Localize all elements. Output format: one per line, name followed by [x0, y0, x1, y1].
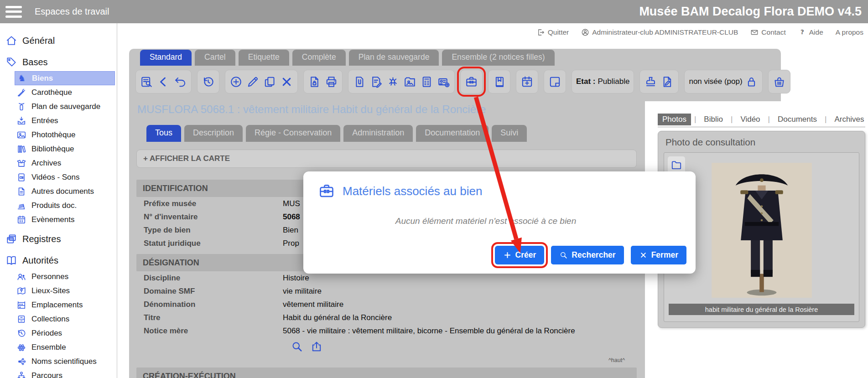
utility-quitter[interactable]: Quitter [537, 28, 569, 36]
note-button[interactable] [548, 75, 561, 88]
media-tab-photos[interactable]: Photos [658, 114, 691, 125]
question-icon: ? [798, 28, 806, 36]
lock-icon[interactable] [745, 75, 758, 88]
pencil-button[interactable] [246, 75, 260, 88]
restore-button[interactable] [202, 75, 215, 88]
view-tab-standard[interactable]: Standard [140, 50, 192, 66]
consultation-photo[interactable] [710, 163, 814, 298]
fire-extinguisher-icon [16, 102, 26, 112]
sidebar-item-bases[interactable]: Bases [0, 53, 117, 71]
show-map-toggle[interactable]: + AFFICHER LA CARTE [136, 150, 637, 168]
sidebar-item-periodes[interactable]: Périodes [0, 326, 117, 340]
sidebar-item-videos-sons[interactable]: Vidéos - Sons [0, 170, 117, 184]
utility-contact[interactable]: Contact [750, 28, 785, 36]
field-label: Domaine SMF [136, 287, 283, 296]
plus-circle-button[interactable] [229, 75, 243, 88]
toolbar-group [225, 70, 298, 93]
field-value: Bien [283, 226, 298, 235]
view-tab-cartel[interactable]: Cartel [195, 50, 235, 66]
sidebar-item-phototheque[interactable]: Photothèque [0, 128, 117, 142]
field-row: TitreHabit du général de la Roncière [136, 311, 637, 324]
sidebar-item-registres[interactable]: Registres [0, 230, 117, 248]
top-link[interactable]: ^haut^ [136, 357, 625, 363]
sidebar-item-bibliotheque[interactable]: Bibliothèque [0, 142, 117, 156]
page-edit-button[interactable] [369, 75, 383, 88]
sidebar-item-produits-doc[interactable]: Produits doc. [0, 198, 117, 212]
media-tab-documents[interactable]: Documents [773, 114, 821, 125]
field-row: Notice mère5068 - vie militaire : vêteme… [136, 324, 637, 337]
sidebar-item-entrees[interactable]: Entrées [0, 114, 117, 128]
chevron-left-button[interactable] [157, 75, 170, 88]
sidebar-item-noms-scientifiques[interactable]: Noms scientifiques [0, 354, 117, 368]
field-value: Histoire [283, 274, 309, 283]
toolbox-button[interactable] [465, 75, 478, 88]
delete-x-button[interactable] [280, 75, 293, 88]
notebook-button[interactable] [493, 75, 506, 88]
sidebar-item-parcours[interactable]: Parcours [0, 368, 117, 378]
notebook-icon [493, 75, 506, 88]
modal-fermer-button[interactable]: Fermer [631, 246, 686, 264]
sidebar-item-general[interactable]: Général [0, 31, 117, 50]
carrot-icon [16, 88, 26, 98]
sidebar-item-archives[interactable]: Archives [0, 156, 117, 170]
svg-text:♞: ♞ [18, 73, 26, 83]
people-icon [16, 272, 26, 282]
utility-a-propos[interactable]: A propos [836, 28, 863, 36]
printer-button[interactable] [325, 75, 338, 88]
copy-button[interactable] [263, 75, 276, 88]
utility-administrateur-club-administrateur-club[interactable]: Administrateur-club ADMINISTRATEUR-CLUB [581, 28, 738, 36]
sidebar-item-ensemble[interactable]: Ensemble [0, 340, 117, 354]
sidebar-item-lieux-sites[interactable]: Lieux-Sites [0, 284, 117, 298]
record-tab-documentation[interactable]: Documentation [416, 125, 489, 142]
record-tab-tous[interactable]: Tous [146, 125, 181, 142]
sidebar-item-collections[interactable]: Collections [0, 312, 117, 326]
view-tab-plan-de-sauvegarde[interactable]: Plan de sauvegarde [349, 50, 439, 66]
stamp-button[interactable] [644, 75, 657, 88]
record-tab-suivi[interactable]: Suivi [492, 125, 527, 142]
view-tab-etiquette[interactable]: Etiquette [239, 50, 289, 66]
svg-text:?: ? [800, 28, 804, 36]
media-tab-archives[interactable]: Archives [830, 114, 868, 125]
media-tab-biblio[interactable]: Biblio [699, 114, 728, 125]
hamburger-menu-icon[interactable] [5, 6, 22, 18]
page-lock-button[interactable] [308, 75, 321, 88]
toolbar-group [348, 70, 455, 93]
modal-rechercher-button[interactable]: Rechercher [551, 246, 624, 264]
record-tab-description[interactable]: Description [184, 125, 243, 142]
basket-button[interactable] [773, 75, 786, 88]
view-tab-ensemble-2-notices-filles[interactable]: Ensemble (2 notices filles) [442, 50, 554, 66]
utility-bar: QuitterAdministrateur-club ADMINISTRATEU… [537, 28, 863, 36]
sidebar-item-emplacements[interactable]: Emplacements [0, 298, 117, 312]
magnifier-button[interactable] [290, 340, 303, 353]
workspace-label[interactable]: Espaces de travail [35, 6, 109, 17]
record-tab-administration[interactable]: Administration [343, 125, 413, 142]
folder-image-button[interactable] [403, 75, 416, 88]
sidebar-item-autres-documents[interactable]: Autres documents [0, 184, 117, 198]
record-tab-regie-conservation[interactable]: Régie - Conservation [246, 125, 340, 142]
calc-sheet-button[interactable] [420, 75, 433, 88]
page-clip-button[interactable] [353, 75, 366, 88]
signature-button[interactable] [661, 75, 674, 88]
linked-sets-button[interactable] [386, 75, 400, 88]
card-plus-button[interactable] [437, 75, 450, 88]
sidebar-item-plan-de-sauvegarde[interactable]: Plan de sauvegarde [0, 99, 117, 114]
sidebar-item-label: Photothèque [31, 130, 75, 140]
calendar-plus-button[interactable] [520, 75, 534, 88]
undo-button[interactable] [174, 75, 187, 88]
view-tab-complete[interactable]: Complète [292, 50, 346, 66]
utility-aide[interactable]: ?Aide [798, 28, 823, 36]
media-tab-separator: | [728, 115, 736, 124]
calendar-plus-icon [520, 75, 534, 88]
drawers-icon [16, 314, 26, 324]
sidebar-item-personnes[interactable]: Personnes [0, 269, 117, 284]
sidebar-item-biens[interactable]: ♞Biens [15, 71, 115, 85]
sidebar-item-autorites[interactable]: Autorités [0, 251, 117, 269]
list-search-button[interactable] [140, 75, 153, 88]
media-tab-video[interactable]: Vidéo [736, 114, 764, 125]
sidebar-item-evenements[interactable]: Evènements [0, 212, 117, 227]
export-button[interactable] [310, 340, 323, 353]
sidebar-item-label: Entrées [31, 116, 58, 125]
modal-creer-button[interactable]: Créer [495, 246, 545, 264]
sidebar-item-carotheque[interactable]: Carothèque [0, 85, 117, 99]
field-label: Type de bien [136, 226, 283, 235]
